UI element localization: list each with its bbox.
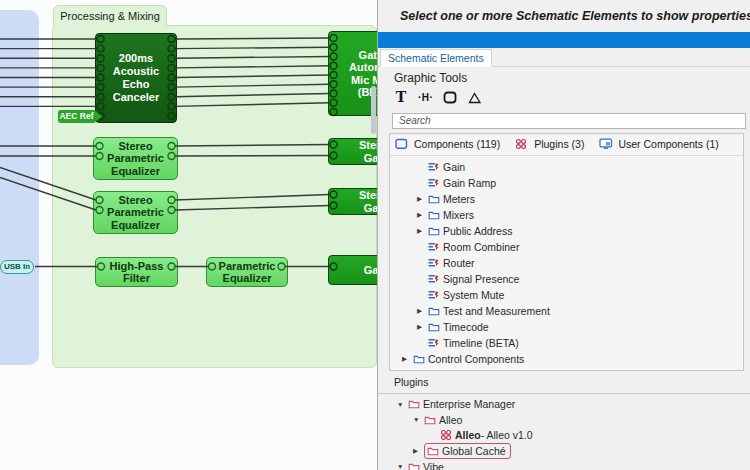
folder-red-icon <box>424 415 439 425</box>
component-icon <box>428 258 443 268</box>
selection-header-bar <box>378 32 750 48</box>
component-icon <box>428 162 443 172</box>
chevron-collapsed-icon[interactable]: ▶ <box>417 323 428 331</box>
chevron-collapsed-icon[interactable]: ▶ <box>413 447 424 455</box>
polygon-tool[interactable] <box>467 91 482 104</box>
element-library: Components (119)Plugins (3)User Componen… <box>389 133 744 371</box>
aec-ref-label[interactable]: AEC Ref <box>58 110 102 123</box>
properties-panel: Select one or more Schematic Elements to… <box>377 0 750 470</box>
tree-item-label: Room Combiner <box>443 241 519 253</box>
control-handle-tool[interactable]: ·H· <box>418 92 433 103</box>
tree-item-timecode[interactable]: ▶Timecode <box>390 319 743 335</box>
tree-item-label: Enterprise Manager <box>423 398 515 410</box>
schematic-vertical-scrollbar[interactable] <box>371 86 376 134</box>
component-icon <box>428 338 443 348</box>
tree-item-global-cach[interactable]: ▶Global Caché <box>378 443 750 459</box>
block-gain[interactable]: Gain <box>328 255 377 285</box>
tree-item-system-mute[interactable]: System Mute <box>390 287 743 303</box>
tree-item-label: Alleo <box>439 414 462 426</box>
tree-item-room-combiner[interactable]: Room Combiner <box>390 239 743 255</box>
tree-item-label: System Mute <box>443 289 504 301</box>
properties-message: Select one or more Schematic Elements to… <box>378 0 750 32</box>
library-tab-label: Components (119) <box>414 138 500 150</box>
io-group-container[interactable] <box>0 10 39 365</box>
tree-item-label: Signal Presence <box>443 273 519 285</box>
component-tree: GainGain Ramp▶Meters▶Mixers▶Public Addre… <box>390 156 743 367</box>
component-icon <box>428 290 443 300</box>
tree-item-label: Alleo <box>455 429 481 441</box>
tree-item-label: Vibe <box>423 461 444 470</box>
chevron-collapsed-icon[interactable]: ▶ <box>417 195 428 203</box>
chevron-collapsed-icon[interactable]: ▶ <box>417 211 428 219</box>
library-tab-row: Components (119)Plugins (3)User Componen… <box>390 134 743 156</box>
block-stereo-gain-1[interactable]: Stereo Gain <box>328 138 377 165</box>
library-tab-plugins-3[interactable]: Plugins (3) <box>515 138 584 150</box>
block-gating-automatic-mic-mixer[interactable]: Gating Automatic Mic Mixer (BETA) <box>328 31 377 116</box>
tree-item-public-address[interactable]: ▶Public Address <box>390 223 743 239</box>
block-acoustic-echo-canceler[interactable]: 200ms Acoustic Echo Canceler <box>95 33 177 123</box>
tree-item-mixers[interactable]: ▶Mixers <box>390 207 743 223</box>
folder-red-icon <box>427 446 442 456</box>
chevron-expanded-icon[interactable]: ▼ <box>413 416 424 423</box>
tab-schematic-elements[interactable]: Schematic Elements <box>380 49 492 67</box>
selected-item-box: Global Caché <box>424 443 511 459</box>
tree-item-control-components[interactable]: ▶Control Components <box>390 351 743 367</box>
tree-item-label: Timecode <box>443 321 489 333</box>
chevron-collapsed-icon[interactable]: ▶ <box>402 355 413 363</box>
library-tab-user-components-1[interactable]: User Components (1) <box>599 138 718 150</box>
tree-item-gain-ramp[interactable]: Gain Ramp <box>390 175 743 191</box>
graphic-tools-title: Graphic Tools <box>394 71 750 85</box>
chevron-expanded-icon[interactable]: ▼ <box>397 463 408 470</box>
components-tab-icon <box>395 138 410 150</box>
tree-item-router[interactable]: Router <box>390 255 743 271</box>
plugin-icon <box>440 429 455 441</box>
schematic-canvas[interactable]: Processing & Mixing 200ms Acoustic Echo … <box>0 0 377 470</box>
tree-item-enterprise-manager[interactable]: ▼Enterprise Manager <box>378 397 750 413</box>
folder-icon <box>428 306 443 316</box>
plugins-tree: ▼Enterprise Manager▼AlleoAlleo - Alleo v… <box>378 394 750 470</box>
folder-icon <box>428 194 443 204</box>
rectangle-tool[interactable] <box>443 91 457 104</box>
usb-in-label[interactable]: USB In <box>0 260 34 274</box>
component-icon <box>428 274 443 284</box>
tree-item-label: Test and Measurement <box>443 305 550 317</box>
folder-icon <box>428 226 443 236</box>
tree-item-label: Gain <box>443 161 465 173</box>
component-icon <box>428 178 443 188</box>
tree-item-suffix: - Alleo v1.0 <box>481 429 533 441</box>
tree-item-alleo[interactable]: ▼Alleo <box>378 412 750 428</box>
processing-group-tab[interactable]: Processing & Mixing <box>53 5 167 26</box>
tree-item-gain[interactable]: Gain <box>390 159 743 175</box>
text-tool[interactable]: T <box>394 89 408 105</box>
user-tab-icon <box>599 138 614 150</box>
chevron-collapsed-icon[interactable]: ▶ <box>417 307 428 315</box>
library-tab-components-119[interactable]: Components (119) <box>395 138 500 150</box>
library-tab-label: User Components (1) <box>618 138 718 150</box>
chevron-expanded-icon[interactable]: ▼ <box>397 401 408 408</box>
block-high-pass-filter[interactable]: High-Pass Filter <box>95 257 178 287</box>
tree-item-timeline-beta[interactable]: Timeline (BETA) <box>390 335 743 351</box>
folder-icon <box>413 354 428 364</box>
library-tab-label: Plugins (3) <box>534 138 584 150</box>
graphic-tools-row: T·H· <box>394 89 750 105</box>
folder-icon <box>428 322 443 332</box>
tree-item-vibe[interactable]: ▼Vibe <box>378 459 750 470</box>
tree-item-signal-presence[interactable]: Signal Presence <box>390 271 743 287</box>
tree-item-label: Mixers <box>443 209 474 221</box>
chevron-collapsed-icon[interactable]: ▶ <box>417 227 428 235</box>
component-icon <box>428 242 443 252</box>
block-stereo-gain-2[interactable]: Stereo Gain <box>328 188 377 215</box>
search-input[interactable] <box>392 113 746 129</box>
tree-item-label: Router <box>443 257 475 269</box>
tree-item-test-and-measurement[interactable]: ▶Test and Measurement <box>390 303 743 319</box>
block-stereo-parametric-equalizer-1[interactable]: Stereo Parametric Equalizer <box>93 137 178 180</box>
block-stereo-parametric-equalizer-2[interactable]: Stereo Parametric Equalizer <box>93 191 178 234</box>
folder-red-icon <box>408 462 423 470</box>
tree-item-label: Public Address <box>443 225 512 237</box>
tree-item-alleo[interactable]: Alleo - Alleo v1.0 <box>378 428 750 444</box>
tree-item-label: Gain Ramp <box>443 177 496 189</box>
folder-icon <box>428 210 443 220</box>
tree-item-meters[interactable]: ▶Meters <box>390 191 743 207</box>
tree-item-label: Global Caché <box>442 445 506 457</box>
block-parametric-equalizer[interactable]: Parametric Equalizer <box>206 257 288 287</box>
